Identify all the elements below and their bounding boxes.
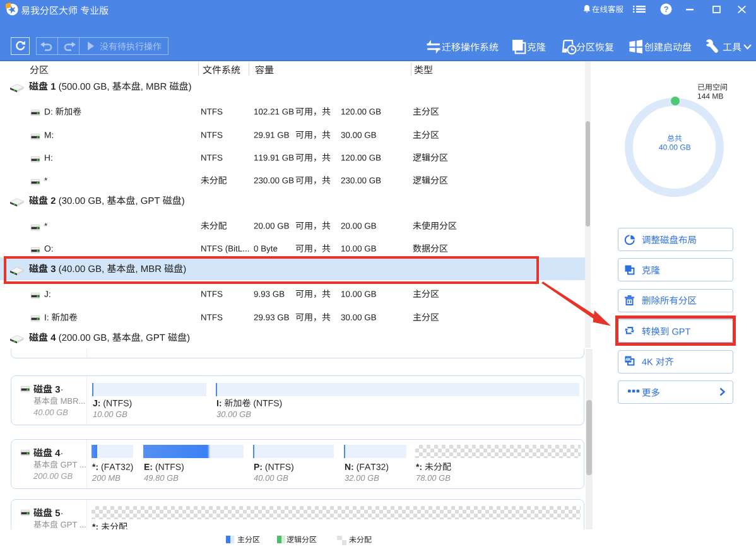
svg-text:4K: 4K [625,357,631,362]
svg-text:?: ? [664,5,669,14]
